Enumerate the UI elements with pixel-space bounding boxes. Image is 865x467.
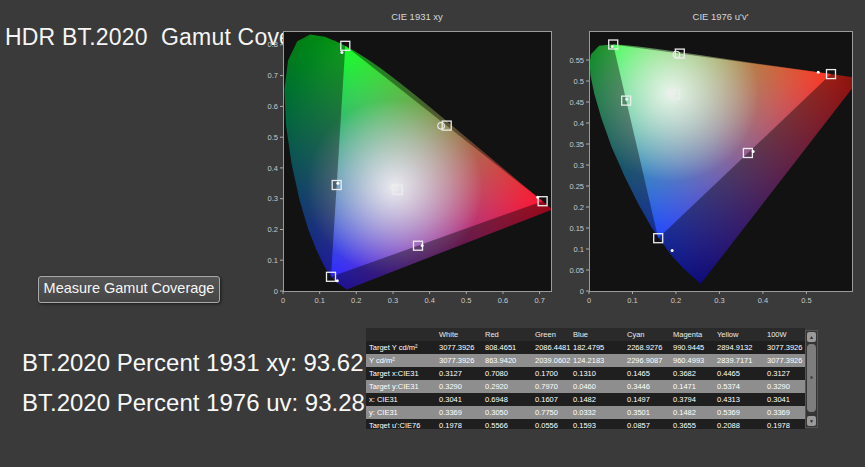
table-row: Target y:CIE310.32900.29200.79700.04600.… xyxy=(366,380,805,393)
table-cell: 182.4795 xyxy=(570,341,624,354)
table-cell: 0.0332 xyxy=(570,406,624,419)
svg-text:0.4: 0.4 xyxy=(758,296,768,305)
table-cell: 0.4465 xyxy=(714,367,764,380)
table-cell: 2894.9132 xyxy=(714,341,764,354)
table-header-row: WhiteRedGreenBlueCyanMagentaYellow100W xyxy=(366,328,805,341)
table-header-cell: White xyxy=(436,328,482,341)
table-cell: 0.0857 xyxy=(624,419,670,429)
table-cell: 0.1465 xyxy=(624,367,670,380)
svg-text:0.3: 0.3 xyxy=(268,194,278,203)
table-cell: 0.5566 xyxy=(482,419,532,429)
svg-text:0.7: 0.7 xyxy=(534,296,544,305)
table-header-cell: Yellow xyxy=(714,328,764,341)
table-cell: 990.9445 xyxy=(670,341,714,354)
table-cell: 0.1607 xyxy=(532,393,570,406)
table-row-label: Target x:CIE31 xyxy=(366,367,436,380)
svg-text:0.25: 0.25 xyxy=(569,182,584,191)
svg-text:0.5: 0.5 xyxy=(574,77,584,86)
scrollbar-thumb[interactable] xyxy=(807,344,816,412)
table-cell: 863.9420 xyxy=(482,354,532,367)
table-cell: 0.5369 xyxy=(714,406,764,419)
table-cell: 2268.9276 xyxy=(624,341,670,354)
table-cell: 0.3290 xyxy=(764,380,805,393)
table-row-label: x: CIE31 xyxy=(366,393,436,406)
svg-text:0.5: 0.5 xyxy=(461,296,471,305)
table-row: Target Y cd/m²3077.3926808.46512086.4481… xyxy=(366,341,805,354)
table-cell: 2296.9087 xyxy=(624,354,670,367)
percent-1931-xy-result: BT.2020 Percent 1931 xy: 93.62 xyxy=(22,349,364,377)
table-cell: 3077.3926 xyxy=(764,341,805,354)
table-scrollbar[interactable]: ▲ ▼ xyxy=(805,330,818,428)
table-cell: 0.5374 xyxy=(714,380,764,393)
measure-gamut-coverage-button[interactable]: Measure Gamut Coverage xyxy=(38,276,220,303)
svg-text:0.1: 0.1 xyxy=(314,296,324,305)
svg-text:0.55: 0.55 xyxy=(569,56,584,65)
svg-text:0: 0 xyxy=(587,296,591,305)
table-cell: 3077.3926 xyxy=(436,341,482,354)
svg-text:0.3: 0.3 xyxy=(714,296,724,305)
table-row: Target u':CIE760.19780.55660.05560.15930… xyxy=(366,419,805,429)
table-cell: 0.7080 xyxy=(482,367,532,380)
svg-text:0.45: 0.45 xyxy=(569,98,584,107)
table-cell: 0.3050 xyxy=(482,406,532,419)
svg-text:0.2: 0.2 xyxy=(268,225,278,234)
table-header-cell: Blue xyxy=(570,328,624,341)
scrollbar-down-icon[interactable]: ▼ xyxy=(807,416,816,426)
app-root: HDR BT.2020 Gamut Coverage CIE 1931 xy C… xyxy=(0,0,865,467)
table-cell: 0.3682 xyxy=(670,367,714,380)
table-cell: 0.3369 xyxy=(764,406,805,419)
table-row: Y cd/m²3077.3926863.94202039.0602124.218… xyxy=(366,354,805,367)
table-cell: 0.3041 xyxy=(436,393,482,406)
table-cell: 0.0460 xyxy=(570,380,624,393)
table-cell: 0.1482 xyxy=(570,393,624,406)
svg-text:0: 0 xyxy=(281,296,285,305)
table-header-cell: 100W xyxy=(764,328,805,341)
svg-text:0.8: 0.8 xyxy=(268,40,278,49)
svg-text:0.5: 0.5 xyxy=(268,133,278,142)
table-cell: 0.7970 xyxy=(532,380,570,393)
table-cell: 0.3446 xyxy=(624,380,670,393)
table-cell: 2839.7171 xyxy=(714,354,764,367)
svg-text:0.3: 0.3 xyxy=(388,296,398,305)
table-row-label: Target Y cd/m² xyxy=(366,341,436,354)
table-cell: 0.3127 xyxy=(764,367,805,380)
table-row: Target x:CIE310.31270.70800.17000.13100.… xyxy=(366,367,805,380)
table-cell: 0.1310 xyxy=(570,367,624,380)
table-cell: 3077.3926 xyxy=(436,354,482,367)
table-cell: 0.1482 xyxy=(670,406,714,419)
table-cell: 0.3369 xyxy=(436,406,482,419)
table-row-label: y: CIE31 xyxy=(366,406,436,419)
measurement-table: WhiteRedGreenBlueCyanMagentaYellow100WTa… xyxy=(366,328,805,429)
scrollbar-up-icon[interactable]: ▲ xyxy=(807,332,816,342)
svg-text:0.6: 0.6 xyxy=(498,296,508,305)
table-cell: 0.4313 xyxy=(714,393,764,406)
table-cell: 2039.0602 xyxy=(532,354,570,367)
percent-1976-uv-result: BT.2020 Percent 1976 uv: 93.28 xyxy=(22,389,365,417)
svg-text:0.6: 0.6 xyxy=(268,102,278,111)
table-cell: 0.3041 xyxy=(764,393,805,406)
table-cell: 0.2920 xyxy=(482,380,532,393)
svg-text:0.5: 0.5 xyxy=(801,296,811,305)
table-cell: 0.3655 xyxy=(670,419,714,429)
svg-text:0.1: 0.1 xyxy=(268,256,278,265)
table-cell: 0.6948 xyxy=(482,393,532,406)
table-header-cell: Magenta xyxy=(670,328,714,341)
table-cell: 0.3794 xyxy=(670,393,714,406)
table-cell: 0.1978 xyxy=(764,419,805,429)
table-header-cell xyxy=(366,328,436,341)
svg-text:0.7: 0.7 xyxy=(268,71,278,80)
table-cell: 0.1593 xyxy=(570,419,624,429)
table-cell: 0.2088 xyxy=(714,419,764,429)
table-row-label: Y cd/m² xyxy=(366,354,436,367)
table-header-cell: Cyan xyxy=(624,328,670,341)
svg-text:0.3: 0.3 xyxy=(574,161,584,170)
cie-1931-xy-chart: 0 0.1 0.2 0.3 0.4 0.5 0.6 0.7 0.8 0 0.1 … xyxy=(240,8,562,308)
table-cell: 0.1471 xyxy=(670,380,714,393)
svg-text:0: 0 xyxy=(580,287,584,296)
table-cell: 0.0556 xyxy=(532,419,570,429)
table-cell: 0.3501 xyxy=(624,406,670,419)
table-row: y: CIE310.33690.30500.77500.03320.35010.… xyxy=(366,406,805,419)
table-cell: 0.3290 xyxy=(436,380,482,393)
table-row-label: Target u':CIE76 xyxy=(366,419,436,429)
svg-text:0.35: 0.35 xyxy=(569,140,584,149)
